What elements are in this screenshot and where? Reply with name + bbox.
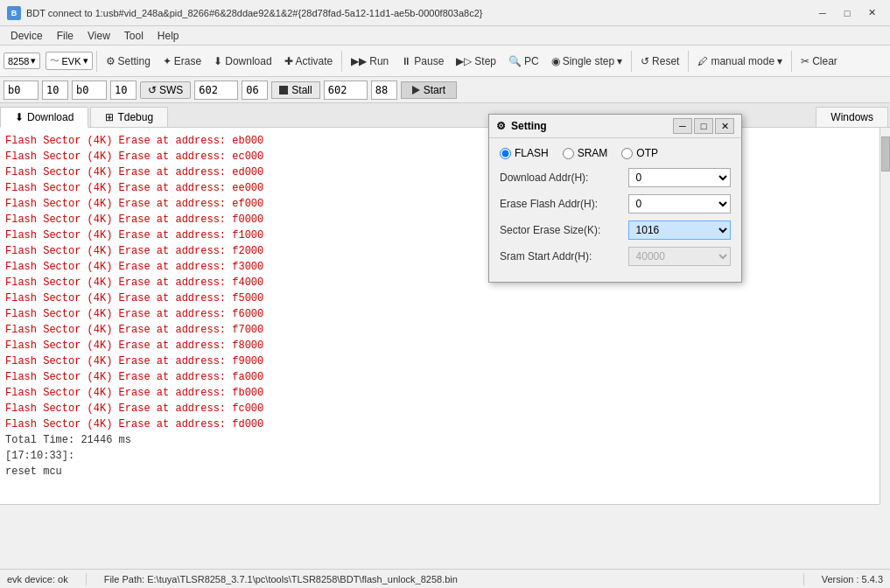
otp-radio[interactable] [621, 148, 633, 159]
sector-size-select[interactable]: 1016 [628, 220, 731, 240]
sram-radio[interactable] [563, 148, 574, 159]
dialog-minimize-button[interactable]: ─ [673, 118, 692, 134]
dialog-maximize-button[interactable]: □ [694, 118, 713, 134]
sram-start-row: Sram Start Addr(H): 40000 [500, 247, 731, 266]
menu-device[interactable]: Device [4, 28, 50, 44]
start-button[interactable]: Start [401, 81, 457, 99]
console-line: reset mcu [5, 464, 874, 480]
menu-tool[interactable]: Tool [117, 28, 151, 44]
app-icon: B [7, 6, 21, 20]
console-line: Flash Sector (4K) Erase at address: ed00… [5, 164, 874, 180]
field3-input[interactable] [72, 80, 107, 100]
chip-selector[interactable]: 8258 ▾ [4, 52, 40, 69]
singlestep-dropdown: ▾ [617, 55, 622, 67]
field4-input[interactable] [110, 80, 137, 100]
console-line: Flash Sector (4K) Erase at address: f000… [5, 212, 874, 228]
manual-mode-button[interactable]: 🖊 manual mode ▾ [692, 52, 788, 70]
close-button[interactable]: ✕ [860, 4, 883, 22]
scrollbar-thumb[interactable] [881, 136, 890, 172]
erase-icon: ✦ [163, 55, 172, 67]
console-line: Flash Sector (4K) Erase at address: f500… [5, 290, 874, 306]
version-label: Version : 5.4.3 [822, 574, 883, 584]
console-line: Flash Sector (4K) Erase at address: eb00… [5, 133, 874, 149]
activate-button[interactable]: ✚ Activate [279, 52, 339, 70]
horizontal-scrollbar[interactable] [0, 504, 879, 514]
sram-start-label: Sram Start Addr(H): [500, 250, 628, 262]
field2-input[interactable] [42, 80, 68, 100]
erase-addr-label: Erase Flash Addr(H): [500, 198, 628, 210]
console-line: [17:10:33]: [5, 448, 874, 464]
tab-windows[interactable]: Windows [816, 107, 888, 127]
console-line: Flash Sector (4K) Erase at address: fd00… [5, 416, 874, 432]
console-line: Flash Sector (4K) Erase at address: f300… [5, 259, 874, 275]
sep5 [791, 51, 792, 72]
sram-start-select[interactable]: 40000 [628, 247, 731, 266]
sep4 [688, 51, 689, 72]
menu-file[interactable]: File [50, 28, 81, 44]
menu-bar: Device File View Tool Help [0, 26, 890, 46]
window-controls: ─ □ ✕ [811, 4, 883, 22]
sram-radio-label[interactable]: SRAM [563, 147, 608, 159]
status-sep1 [86, 573, 87, 585]
erase-button[interactable]: ✦ Erase [158, 52, 207, 70]
console-line: Flash Sector (4K) Erase at address: fa00… [5, 369, 874, 385]
reset-button[interactable]: ↺ Reset [635, 52, 684, 70]
console-line: Flash Sector (4K) Erase at address: ee00… [5, 180, 874, 196]
console-line: Flash Sector (4K) Erase at address: ec00… [5, 149, 874, 164]
clear-button[interactable]: ✂ Clear [795, 52, 843, 70]
tab-download[interactable]: ⬇ Download [0, 107, 88, 128]
pc-icon: 🔍 [508, 55, 522, 67]
console-line: Flash Sector (4K) Erase at address: f400… [5, 275, 874, 290]
step-icon: ▶▷ [456, 55, 472, 67]
flash-radio[interactable] [500, 148, 511, 159]
evk-selector[interactable]: 〜 EVK ▾ [46, 52, 92, 70]
toolbar: 8258 ▾ 〜 EVK ▾ ⚙ Setting ✦ Erase ⬇ Downl… [0, 46, 890, 77]
pause-icon: ⏸ [401, 55, 411, 67]
download-addr-row: Download Addr(H): 0 [500, 168, 731, 187]
menu-view[interactable]: View [81, 28, 117, 44]
setting-dialog[interactable]: ⚙ Setting ─ □ ✕ FLASH SRAM [488, 114, 742, 283]
run-icon: ▶▶ [351, 55, 367, 67]
activate-icon: ✚ [284, 55, 293, 67]
field8-input[interactable] [371, 80, 397, 100]
start-icon [412, 86, 420, 94]
evk-label: EVK [61, 56, 81, 66]
tdebug-tab-icon: ⊞ [105, 111, 114, 123]
status-bar: evk device: ok File Path: E:\tuya\TLSR82… [0, 569, 890, 588]
tab-tdebug[interactable]: ⊞ Tdebug [90, 107, 168, 127]
setting-button[interactable]: ⚙ Setting [101, 52, 156, 70]
sws-button[interactable]: ↺ SWS [140, 81, 191, 99]
step-button[interactable]: ▶▷ Step [451, 52, 501, 70]
field6-input[interactable] [242, 80, 268, 100]
field5-input[interactable] [194, 80, 238, 100]
title-bar: B BDT connect to 1:usb#vid_248a&pid_8266… [0, 0, 890, 26]
singlestep-icon: ◉ [551, 55, 560, 67]
chip-dropdown-icon: ▾ [31, 55, 36, 66]
stall-button[interactable]: Stall [271, 81, 319, 99]
vertical-scrollbar[interactable] [879, 128, 890, 504]
flash-radio-label[interactable]: FLASH [500, 147, 549, 159]
erase-addr-select[interactable]: 0 [628, 194, 731, 214]
window-title: BDT connect to 1:usb#vid_248a&pid_8266#6… [26, 8, 483, 18]
download-addr-select[interactable]: 0 [628, 168, 731, 187]
console-line: Flash Sector (4K) Erase at address: f900… [5, 354, 874, 369]
minimize-button[interactable]: ─ [811, 4, 834, 22]
run-button[interactable]: ▶▶ Run [346, 52, 394, 70]
console-line: Flash Sector (4K) Erase at address: f100… [5, 228, 874, 243]
field1-input[interactable] [4, 80, 39, 100]
pause-button[interactable]: ⏸ Pause [396, 52, 449, 70]
singlestep-button[interactable]: ◉ Single step ▾ [546, 52, 627, 70]
console-output: Flash Sector (4K) Erase at address: eb00… [0, 128, 879, 504]
maximize-button[interactable]: □ [836, 4, 858, 22]
download-tab-icon: ⬇ [15, 111, 24, 123]
dialog-close-button[interactable]: ✕ [715, 118, 734, 134]
menu-help[interactable]: Help [151, 28, 186, 44]
reset-icon: ↺ [641, 55, 649, 67]
evk-status: evk device: ok [7, 574, 68, 584]
console-line: Flash Sector (4K) Erase at address: fb00… [5, 385, 874, 401]
sector-size-label: Sector Erase Size(K): [500, 224, 628, 236]
download-button[interactable]: ⬇ Download [208, 52, 277, 70]
field7-input[interactable] [324, 80, 368, 100]
pc-button[interactable]: 🔍 PC [503, 52, 544, 70]
otp-radio-label[interactable]: OTP [621, 147, 658, 159]
